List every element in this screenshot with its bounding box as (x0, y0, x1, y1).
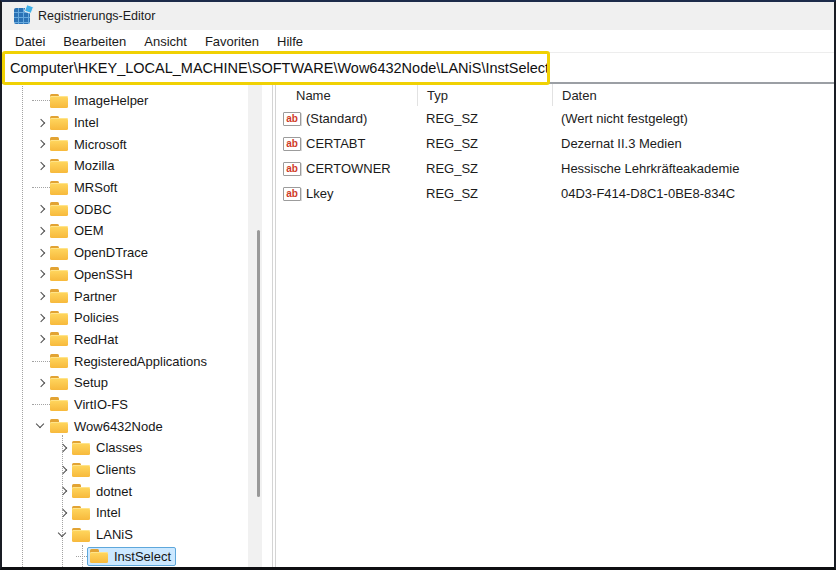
folder-icon (50, 181, 68, 195)
chevron-right-icon[interactable] (32, 288, 50, 304)
tree-scrollbar-thumb[interactable] (257, 230, 260, 497)
tree-item-label: OEM (74, 223, 104, 238)
folder-icon (50, 202, 68, 216)
value-data: Dezernat II.3 Medien (552, 136, 834, 151)
tree-item-odbc[interactable]: ODBC (2, 198, 272, 220)
menu-item-favoriten[interactable]: Favoriten (196, 32, 268, 51)
folder-icon (72, 506, 90, 520)
tree-item-opendtrace[interactable]: OpenDTrace (2, 242, 272, 264)
tree-item-label: ImageHelper (74, 93, 148, 108)
chevron-right-icon[interactable] (32, 375, 50, 391)
folder-icon (50, 224, 68, 238)
tree-item-mrsoft[interactable]: MRSoft (2, 177, 272, 199)
tree-item-label: ODBC (74, 202, 112, 217)
chevron-right-icon[interactable] (32, 223, 50, 239)
chevron-right-icon[interactable] (54, 505, 72, 521)
string-value-icon: ab (283, 112, 301, 126)
tree-item-classes[interactable]: Classes (2, 437, 272, 459)
tree-item-dotnet[interactable]: dotnet (2, 480, 272, 502)
chevron-right-icon[interactable] (32, 158, 50, 174)
selected-key-highlight: InstSelect (87, 547, 176, 566)
tree-item-redhat[interactable]: RedHat (2, 329, 272, 351)
tree-item-label: Mozilla (74, 158, 114, 173)
address-bar-row: Computer\HKEY_LOCAL_MACHINE\SOFTWARE\Wow… (2, 52, 834, 82)
tree-item-label: LANiS (96, 527, 133, 542)
tree-item-virtio-fs[interactable]: VirtIO-FS (2, 394, 272, 416)
registry-editor-window: Registrierungs-Editor DateiBearbeitenAns… (0, 0, 836, 570)
tree-item-label: RegisteredApplications (74, 354, 207, 369)
tree-item-label: Clients (96, 462, 136, 477)
chevron-right-icon[interactable] (54, 483, 72, 499)
chevron-right-icon[interactable] (32, 136, 50, 152)
tree-item-label: OpenSSH (74, 267, 133, 282)
tree-item-instselect[interactable]: InstSelect (2, 545, 272, 567)
tree-item-openssh[interactable]: OpenSSH (2, 264, 272, 286)
tree-item-setup[interactable]: Setup (2, 372, 272, 394)
string-value-icon: ab (283, 187, 301, 201)
value-name: Lkey (306, 186, 333, 201)
tree-scrollbar-track[interactable] (248, 84, 262, 567)
folder-icon (50, 332, 68, 346)
value-type: REG_SZ (417, 136, 552, 151)
value-row-certowner[interactable]: abCERTOWNERREG_SZHessische Lehrkräfteaka… (276, 156, 834, 181)
list-header-row: Name Typ Daten (276, 84, 834, 106)
tree-item-policies[interactable]: Policies (2, 307, 272, 329)
chevron-right-icon[interactable] (54, 440, 72, 456)
value-name-cell: abLkey (276, 186, 417, 201)
folder-icon (50, 311, 68, 325)
value-type: REG_SZ (417, 186, 552, 201)
menu-item-ansicht[interactable]: Ansicht (135, 32, 196, 51)
value-data: (Wert nicht festgelegt) (552, 111, 834, 126)
tree-item-label: dotnet (96, 484, 132, 499)
value-data: Hessische Lehrkräfteakademie (552, 161, 834, 176)
tree-item-label: Policies (74, 310, 119, 325)
column-header-typ[interactable]: Typ (417, 84, 552, 106)
chevron-right-icon[interactable] (32, 115, 50, 131)
tree-item-label: Intel (96, 505, 121, 520)
value-row-standard[interactable]: ab(Standard)REG_SZ(Wert nicht festgelegt… (276, 106, 834, 131)
chevron-right-icon[interactable] (32, 331, 50, 347)
menu-item-datei[interactable]: Datei (6, 32, 54, 51)
folder-icon (50, 116, 68, 130)
tree-item-label: OpenDTrace (74, 245, 148, 260)
chevron-right-icon[interactable] (32, 310, 50, 326)
tree-connector-line (32, 187, 50, 188)
menu-item-hilfe[interactable]: Hilfe (268, 32, 312, 51)
tree-connector-line (32, 404, 50, 405)
tree-item-registeredapplications[interactable]: RegisteredApplications (2, 350, 272, 372)
column-header-daten[interactable]: Daten (552, 84, 834, 106)
tree-item-oem[interactable]: OEM (2, 220, 272, 242)
value-name: CERTABT (306, 136, 365, 151)
folder-icon (50, 419, 68, 433)
folder-icon (50, 246, 68, 260)
tree-item-intel[interactable]: Intel (2, 112, 272, 134)
content-area: ImageHelperIntelMicrosoftMozillaMRSoftOD… (2, 84, 834, 567)
tree-item-lanis[interactable]: LANiS (2, 524, 272, 546)
tree-item-label: InstSelect (114, 549, 171, 564)
tree-item-partner[interactable]: Partner (2, 285, 272, 307)
tree-item-wow6432node[interactable]: Wow6432Node (2, 415, 272, 437)
chevron-down-icon[interactable] (32, 418, 50, 434)
folder-icon (50, 376, 68, 390)
folder-icon (72, 441, 90, 455)
tree-connector-line (32, 361, 50, 362)
chevron-down-icon[interactable] (54, 527, 72, 543)
chevron-right-icon[interactable] (54, 462, 72, 478)
column-header-name[interactable]: Name (276, 84, 417, 106)
value-row-certabt[interactable]: abCERTABTREG_SZDezernat II.3 Medien (276, 131, 834, 156)
tree-item-mozilla[interactable]: Mozilla (2, 155, 272, 177)
tree-item-label: Setup (74, 375, 108, 390)
tree-item-microsoft[interactable]: Microsoft (2, 133, 272, 155)
tree-item-clients[interactable]: Clients (2, 459, 272, 481)
pane-splitter[interactable] (272, 84, 276, 567)
tree-item-intel[interactable]: Intel (2, 502, 272, 524)
address-bar-input[interactable]: Computer\HKEY_LOCAL_MACHINE\SOFTWARE\Wow… (10, 53, 549, 83)
menu-bar: DateiBearbeitenAnsichtFavoritenHilfe (2, 30, 834, 52)
tree-item-imagehelper[interactable]: ImageHelper (2, 90, 272, 112)
chevron-right-icon[interactable] (32, 266, 50, 282)
value-row-lkey[interactable]: abLkeyREG_SZ04D3-F414-D8C1-0BE8-834C (276, 181, 834, 206)
chevron-right-icon[interactable] (32, 245, 50, 261)
chevron-right-icon[interactable] (32, 201, 50, 217)
tree-item-label: Intel (74, 115, 99, 130)
menu-item-bearbeiten[interactable]: Bearbeiten (54, 32, 135, 51)
